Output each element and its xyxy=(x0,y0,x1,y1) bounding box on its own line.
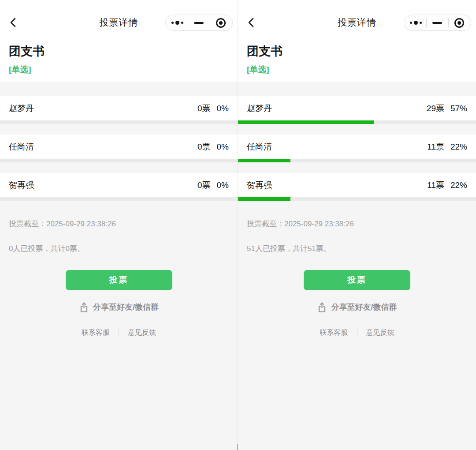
contact-support-link[interactable]: 联系客服 xyxy=(82,328,110,338)
vote-button[interactable]: 投票 xyxy=(66,270,172,290)
option-item[interactable]: 任尚清 0票0% xyxy=(0,135,238,162)
progress-track xyxy=(238,197,476,201)
poll-type-tag: [单选] xyxy=(9,64,229,75)
option-name: 贺再强 xyxy=(9,180,34,191)
stats-text: 51人已投票，共计51票。 xyxy=(247,244,467,254)
progress-track xyxy=(238,120,476,124)
poll-type-tag: [单选] xyxy=(247,64,467,75)
share-button[interactable]: 分享至好友/微信群 xyxy=(9,302,229,312)
option-list: 赵梦丹 0票0% 任尚清 0票0% 贺再强 0票0% xyxy=(0,96,238,201)
share-button[interactable]: 分享至好友/微信群 xyxy=(247,302,467,312)
share-icon xyxy=(317,302,327,312)
option-percent: 22% xyxy=(450,142,467,152)
poll-footer: 投票截至：2025-09-29 23:38:26 0人已投票，共计0票。 投票 … xyxy=(0,219,238,338)
progress-track xyxy=(0,197,238,201)
option-percent: 0% xyxy=(217,104,229,113)
option-item[interactable]: 贺再强 0票0% xyxy=(0,173,238,201)
poll-panel-left: 投票详情 团支书 [单选] 赵梦丹 0票0% xyxy=(0,0,238,450)
option-name: 贺再强 xyxy=(247,180,272,191)
feedback-link[interactable]: 意见反馈 xyxy=(366,328,394,338)
progress-fill xyxy=(238,197,290,201)
option-vote-count: 0票 xyxy=(197,103,211,114)
option-percent: 22% xyxy=(450,180,467,190)
option-item[interactable]: 赵梦丹 0票0% xyxy=(0,96,238,124)
share-label: 分享至好友/微信群 xyxy=(331,302,397,312)
record-target-icon xyxy=(454,18,464,28)
minimize-button[interactable] xyxy=(427,15,448,30)
record-button[interactable] xyxy=(449,15,470,30)
minimize-icon xyxy=(432,22,442,24)
option-vote-count: 0票 xyxy=(197,141,211,153)
poll-panel-right: 投票详情 团支书 [单选] 赵梦丹 29票57% xyxy=(238,0,476,450)
option-name: 赵梦丹 xyxy=(247,103,272,114)
link-divider xyxy=(119,329,119,337)
option-percent: 0% xyxy=(217,142,229,152)
option-percent: 0% xyxy=(217,180,229,190)
poll-title: 团支书 xyxy=(9,43,229,59)
capsule-menu xyxy=(165,15,233,31)
option-item[interactable]: 贺再强 11票22% xyxy=(238,173,476,201)
progress-track xyxy=(0,120,238,124)
link-divider xyxy=(357,329,357,337)
contact-support-link[interactable]: 联系客服 xyxy=(320,328,348,338)
progress-track xyxy=(0,159,238,162)
option-percent: 57% xyxy=(450,104,467,113)
poll-title: 团支书 xyxy=(247,43,467,59)
progress-fill xyxy=(238,120,374,124)
minimize-button[interactable] xyxy=(188,15,209,30)
record-button[interactable] xyxy=(210,15,231,30)
record-target-icon xyxy=(216,18,226,28)
share-icon xyxy=(79,302,89,312)
option-vote-count: 0票 xyxy=(197,180,211,191)
option-vote-count: 11票 xyxy=(427,180,444,191)
vote-button[interactable]: 投票 xyxy=(304,270,410,290)
option-item[interactable]: 任尚清 11票22% xyxy=(238,135,476,162)
more-dots-icon xyxy=(410,21,422,25)
footer-links: 联系客服 意见反馈 xyxy=(247,328,467,338)
poll-footer: 投票截至：2025-09-29 23:38:26 51人已投票，共计51票。 投… xyxy=(238,219,476,338)
more-button[interactable] xyxy=(167,15,188,30)
feedback-link[interactable]: 意见反馈 xyxy=(128,328,156,338)
option-vote-count: 29票 xyxy=(427,103,444,114)
more-button[interactable] xyxy=(405,15,426,30)
option-vote-count: 11票 xyxy=(427,141,444,153)
progress-fill xyxy=(238,159,290,162)
navbar: 投票详情 xyxy=(0,0,238,34)
more-dots-icon xyxy=(171,21,183,25)
capsule-menu xyxy=(404,15,471,31)
option-list: 赵梦丹 29票57% 任尚清 11票22% 贺再强 11票22% xyxy=(238,96,476,201)
poll-header: 团支书 [单选] xyxy=(238,34,476,82)
navbar: 投票详情 xyxy=(238,0,476,34)
option-name: 赵梦丹 xyxy=(9,103,34,114)
minimize-icon xyxy=(194,22,204,24)
option-item[interactable]: 赵梦丹 29票57% xyxy=(238,96,476,124)
footer-links: 联系客服 意见反馈 xyxy=(9,328,229,338)
stats-text: 0人已投票，共计0票。 xyxy=(9,244,229,254)
deadline-text: 投票截至：2025-09-29 23:38:26 xyxy=(247,219,467,229)
option-name: 任尚清 xyxy=(247,141,272,153)
poll-header: 团支书 [单选] xyxy=(0,34,238,82)
deadline-text: 投票截至：2025-09-29 23:38:26 xyxy=(9,219,229,229)
progress-track xyxy=(238,159,476,162)
share-label: 分享至好友/微信群 xyxy=(93,302,159,312)
option-name: 任尚清 xyxy=(9,141,34,153)
